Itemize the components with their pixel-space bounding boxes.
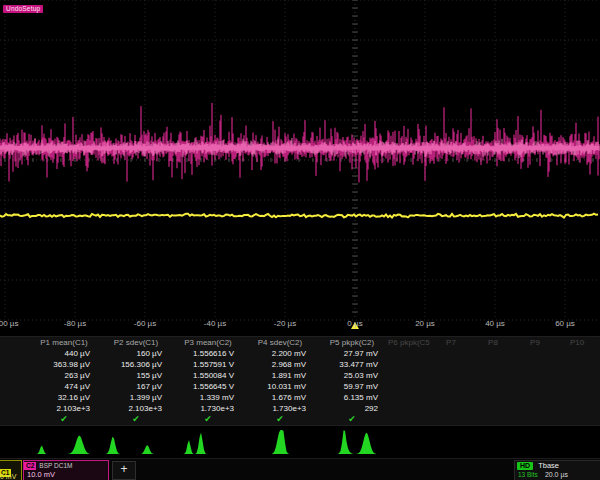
oscilloscope-screen: UndoSetup -100 µs-80 µs-60 µs-40 µs-20 µ…: [0, 0, 600, 480]
hd-badge: HD: [517, 462, 533, 470]
time-axis-label: 40 µs: [485, 319, 505, 328]
time-axis-label: 0 µs: [347, 319, 362, 328]
measure-value: 1.399 µV: [100, 393, 172, 402]
tbase-scale: 20.0 µs: [545, 471, 568, 478]
time-axis-label: -40 µs: [204, 319, 226, 328]
param-histicon-5[interactable]: [318, 427, 382, 455]
measure-value: 25.03 mV: [316, 371, 388, 380]
measure-value: 440 µV: [28, 349, 100, 358]
measure-value: 1.730e+3: [244, 404, 316, 413]
status-check: ✔: [100, 414, 172, 425]
measure-value: 59.97 mV: [316, 382, 388, 391]
measure-value: 2.103e+3: [100, 404, 172, 413]
waveform-grid[interactable]: UndoSetup -100 µs-80 µs-60 µs-40 µs-20 µ…: [0, 0, 600, 332]
measure-value: 6.135 mV: [316, 393, 388, 402]
channel-c2-descriptor[interactable]: C2 BSP DC1M 10.0 mV: [23, 460, 109, 480]
param-header-10[interactable]: P10: [556, 338, 598, 347]
measure-value: 1.339 mV: [172, 393, 244, 402]
time-axis-label: -80 µs: [64, 319, 86, 328]
hd-bits-label: 13 Bits: [518, 471, 538, 478]
measure-value: 292: [316, 404, 388, 413]
waveform-svg: [0, 0, 600, 332]
undo-setup-button[interactable]: UndoSetup: [3, 5, 43, 13]
status-check: ✔: [172, 414, 244, 425]
param-histicon-1[interactable]: [30, 427, 94, 455]
timebase-descriptor[interactable]: HD Tbase 13 Bits 20.0 µs: [514, 460, 600, 480]
measure-value: 474 µV: [28, 382, 100, 391]
time-axis-label: 60 µs: [555, 319, 575, 328]
status-check: ✔: [28, 414, 100, 425]
measure-value: 1.730e+3: [172, 404, 244, 413]
c2-coupling: BSP DC1M: [39, 462, 72, 469]
measure-value: 155 µV: [100, 371, 172, 380]
plus-icon: +: [120, 462, 127, 476]
measure-value: 32.16 µV: [28, 393, 100, 402]
measure-value: 1.550084 V: [172, 371, 244, 380]
time-axis-label: -60 µs: [134, 319, 156, 328]
measure-value: 167 µV: [100, 382, 172, 391]
measure-value: 156.306 µV: [100, 360, 172, 369]
param-histicon-4[interactable]: [246, 427, 310, 455]
measure-value: 1.556616 V: [172, 349, 244, 358]
param-header-5[interactable]: P5 pkpk(C2): [316, 338, 388, 347]
c2-scale: 10.0 mV: [27, 470, 108, 479]
measure-value: 1.557591 V: [172, 360, 244, 369]
param-header-3[interactable]: P3 mean(C2): [172, 338, 244, 347]
measurement-table: P1 mean(C1)P2 sdev(C1)P3 mean(C2)P4 sdev…: [0, 336, 600, 426]
param-header-7[interactable]: P7: [430, 338, 472, 347]
measure-value: 33.477 mV: [316, 360, 388, 369]
histicon-row: [0, 427, 600, 456]
measure-value: 27.97 mV: [316, 349, 388, 358]
tbase-label: Tbase: [538, 461, 559, 470]
param-histicon-3[interactable]: [174, 427, 238, 455]
measure-value: 10.031 mV: [244, 382, 316, 391]
status-check: ✔: [316, 414, 388, 425]
measure-value: 363.98 µV: [28, 360, 100, 369]
measure-value: 1.676 mV: [244, 393, 316, 402]
param-header-1[interactable]: P1 mean(C1): [28, 338, 100, 347]
measure-value: 1.891 mV: [244, 371, 316, 380]
channel-c1-descriptor[interactable]: C1 0 mV: [0, 460, 22, 480]
param-header-4[interactable]: P4 sdev(C2): [244, 338, 316, 347]
measure-value: 1.556645 V: [172, 382, 244, 391]
measure-value: 2.200 mV: [244, 349, 316, 358]
param-header-6[interactable]: P6 pkpk(C5): [388, 338, 430, 347]
status-check: ✔: [244, 414, 316, 425]
time-axis-label: -100 µs: [0, 319, 18, 328]
c1-scale: 0 mV: [0, 473, 16, 480]
measure-value: 2.968 mV: [244, 360, 316, 369]
measure-value: 160 µV: [100, 349, 172, 358]
measure-value: 2.103e+3: [28, 404, 100, 413]
time-axis-label: -20 µs: [274, 319, 296, 328]
param-header-9[interactable]: P9: [514, 338, 556, 347]
measure-value: 263 µV: [28, 371, 100, 380]
crosshair-button[interactable]: +: [112, 461, 136, 480]
param-header-2[interactable]: P2 sdev(C1): [100, 338, 172, 347]
status-bar: C1 0 mV C2 BSP DC1M 10.0 mV + HD Tbase 1…: [0, 458, 600, 480]
param-header-8[interactable]: P8: [472, 338, 514, 347]
c2-label: C2: [24, 462, 36, 470]
param-histicon-2[interactable]: [102, 427, 166, 455]
time-axis-label: 20 µs: [415, 319, 435, 328]
